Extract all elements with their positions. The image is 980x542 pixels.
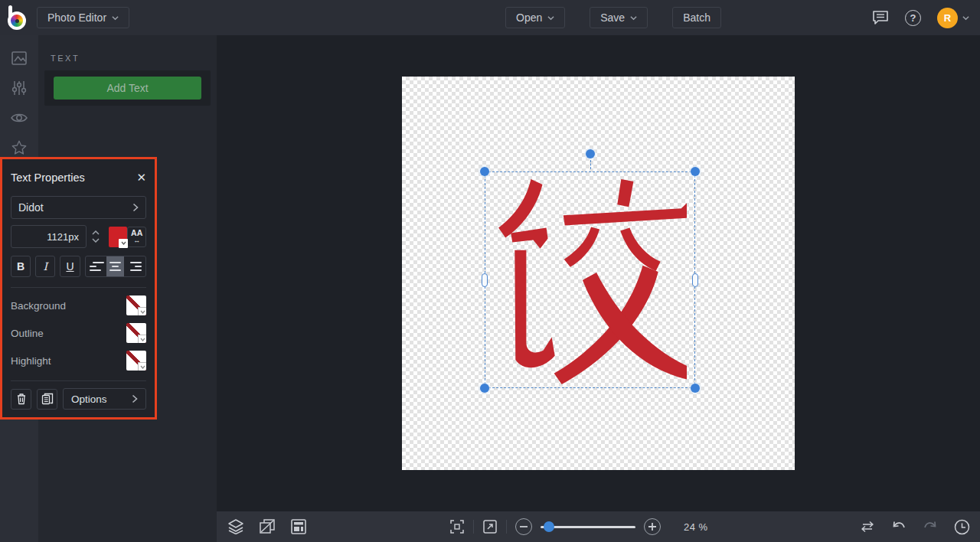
chevron-down-icon xyxy=(121,241,126,245)
zoom-controls: 24 % xyxy=(449,511,708,542)
stepper-up-icon[interactable] xyxy=(92,230,100,235)
undo-button[interactable] xyxy=(891,520,906,534)
color-dropdown-corner[interactable] xyxy=(138,307,146,315)
background-label: Background xyxy=(11,300,66,312)
layers-button[interactable] xyxy=(227,519,244,534)
account-menu[interactable]: R xyxy=(937,8,969,28)
app-menu-button[interactable]: Photo Editor xyxy=(37,7,129,28)
rotate-handle[interactable] xyxy=(586,149,595,158)
resize-handle-bottom-right[interactable] xyxy=(691,384,700,393)
feedback-button[interactable] xyxy=(872,10,889,25)
save-button[interactable]: Save xyxy=(590,7,648,28)
font-size-input[interactable] xyxy=(11,225,87,248)
highlight-label: Highlight xyxy=(11,355,51,367)
align-right-icon xyxy=(130,269,142,271)
letter-spacing-button[interactable]: AA ↔ xyxy=(127,227,146,247)
replay-button[interactable] xyxy=(860,520,875,534)
chevron-down-icon xyxy=(140,310,145,314)
outline-row: Outline xyxy=(11,323,146,343)
fit-screen-button[interactable] xyxy=(449,519,465,534)
help-icon: ? xyxy=(905,10,921,26)
panel-title: Text Properties xyxy=(11,171,85,184)
color-dropdown-corner[interactable] xyxy=(138,362,146,371)
trash-icon xyxy=(16,393,27,405)
chevron-down-icon xyxy=(630,15,637,21)
canvas-document[interactable]: 饺 xyxy=(402,77,795,470)
duplicate-text-button[interactable] xyxy=(37,389,57,410)
align-center-button[interactable] xyxy=(106,256,124,276)
file-actions: Open Save Batch xyxy=(505,7,721,28)
selection-box[interactable] xyxy=(485,171,695,388)
highlight-color-swatch[interactable] xyxy=(126,351,146,371)
panel-header: Text Properties ✕ xyxy=(11,168,146,187)
align-left-icon xyxy=(90,269,101,271)
save-label: Save xyxy=(600,11,625,24)
app-menu-label: Photo Editor xyxy=(47,11,106,24)
align-right-icon xyxy=(135,266,142,267)
add-text-button[interactable]: Add Text xyxy=(54,77,201,100)
resize-button[interactable] xyxy=(259,518,276,535)
options-label: Options xyxy=(71,393,107,405)
resize-handle-left[interactable] xyxy=(482,273,488,287)
effects-tool[interactable] xyxy=(0,103,38,132)
canvas-area: 饺 xyxy=(217,35,980,542)
options-button[interactable]: Options xyxy=(63,388,146,410)
logo-hub xyxy=(15,19,19,23)
font-family-select[interactable]: Didot xyxy=(11,196,146,219)
align-right-button[interactable] xyxy=(124,256,145,276)
history-button[interactable] xyxy=(954,519,970,535)
divider xyxy=(506,520,507,534)
background-color-swatch[interactable] xyxy=(126,295,146,315)
befunky-logo[interactable] xyxy=(6,5,31,30)
history-controls xyxy=(860,511,970,542)
align-left-icon xyxy=(90,266,96,267)
font-size-row: AA ↔ xyxy=(11,225,146,248)
fullscreen-button[interactable] xyxy=(482,519,498,534)
align-left-button[interactable] xyxy=(86,256,107,276)
zoom-slider-knob[interactable] xyxy=(544,521,554,532)
stepper-down-icon[interactable] xyxy=(92,238,100,243)
close-icon[interactable]: ✕ xyxy=(136,171,146,184)
zoom-out-button[interactable] xyxy=(515,518,532,535)
zoom-in-button[interactable] xyxy=(644,518,661,535)
eye-icon xyxy=(10,110,28,126)
align-center-icon xyxy=(112,266,119,267)
text-properties-panel: Text Properties ✕ Didot AA ↔ B I U xyxy=(0,157,157,420)
chevron-down-icon xyxy=(140,365,145,369)
text-align-group xyxy=(85,256,146,277)
redo-icon xyxy=(923,520,938,534)
font-size-stepper[interactable] xyxy=(91,230,101,243)
delete-text-button[interactable] xyxy=(11,389,31,410)
align-right-icon xyxy=(130,262,142,263)
template-button[interactable] xyxy=(290,518,307,535)
resize-handle-right[interactable] xyxy=(692,273,698,287)
bold-button[interactable]: B xyxy=(11,256,31,277)
star-icon xyxy=(11,139,28,156)
zoom-slider-track[interactable] xyxy=(541,526,635,528)
external-arrow-icon xyxy=(482,519,498,534)
zoom-slider[interactable] xyxy=(541,518,635,535)
repeat-icon xyxy=(860,520,875,534)
help-button[interactable]: ? xyxy=(905,10,921,26)
batch-button[interactable]: Batch xyxy=(672,7,721,28)
open-button[interactable]: Open xyxy=(505,7,565,28)
resize-handle-bottom-left[interactable] xyxy=(480,384,489,393)
layers-icon xyxy=(227,519,244,534)
adjust-tool[interactable] xyxy=(0,73,38,103)
redo-button[interactable] xyxy=(923,520,938,534)
resize-handle-top-right[interactable] xyxy=(691,167,700,176)
chat-bubble-icon xyxy=(872,10,889,25)
template-icon xyxy=(290,518,307,535)
outline-color-swatch[interactable] xyxy=(126,323,146,343)
text-color-swatch[interactable] xyxy=(109,227,128,247)
chevron-down-icon xyxy=(112,15,119,21)
color-dropdown-corner[interactable] xyxy=(119,239,128,248)
italic-button[interactable]: I xyxy=(35,256,55,277)
color-dropdown-corner[interactable] xyxy=(138,335,146,343)
resize-handle-top-left[interactable] xyxy=(480,167,489,176)
divider xyxy=(11,287,146,288)
image-manager-tool[interactable] xyxy=(0,43,38,73)
panel-bottom-row: Options xyxy=(11,388,146,410)
sliders-icon xyxy=(11,80,28,96)
underline-button[interactable]: U xyxy=(60,256,80,277)
